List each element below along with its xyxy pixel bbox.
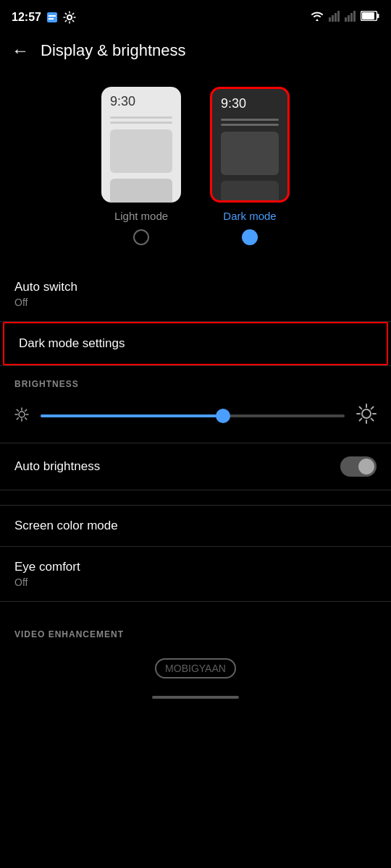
svg-point-15 [19,412,25,417]
svg-rect-9 [348,15,350,22]
light-mode-block2 [110,179,172,203]
svg-rect-11 [353,11,356,22]
auto-brightness-label: Auto brightness [14,459,100,474]
light-mode-radio[interactable] [133,229,149,245]
svg-line-22 [25,409,27,411]
auto-switch-label: Auto switch [14,280,377,294]
dark-mode-bar2 [221,124,279,126]
slider-thumb[interactable] [216,409,230,423]
watermark-text: MOBIGYAAN [155,658,236,678]
dark-mode-label: Dark mode [223,210,276,222]
light-mode-preview: 9:30 [101,87,181,203]
dark-mode-block2 [221,181,279,203]
brightness-low-icon [14,407,29,425]
status-right [310,10,379,25]
svg-rect-4 [329,17,331,22]
video-enhancement-section-label: VIDEO ENHANCEMENT [0,616,391,647]
svg-line-20 [17,409,18,411]
dark-mode-preview: 9:30 [210,87,290,203]
back-button[interactable]: ← [12,41,29,61]
svg-rect-14 [362,12,374,20]
settings-status-icon [63,11,76,24]
light-mode-item[interactable]: 9:30 Light mode [101,87,181,245]
brightness-slider-container [0,396,391,443]
svg-rect-8 [345,17,347,22]
svg-rect-7 [337,11,340,22]
svg-line-21 [25,418,27,420]
svg-rect-5 [332,15,334,22]
dark-mode-item[interactable]: 9:30 Dark mode [210,87,290,245]
status-bar: 12:57 [0,0,391,32]
eye-comfort-label: Eye comfort [14,560,377,574]
page-title: Display & brightness [41,41,186,60]
dark-mode-settings-item[interactable]: Dark mode settings [3,322,388,365]
dark-mode-time: 9:30 [212,89,287,116]
dark-mode-radio[interactable] [242,229,258,245]
toggle-knob [358,459,374,475]
slider-track [41,414,345,417]
dark-mode-settings-label: Dark mode settings [19,336,372,351]
brightness-section-label: BRIGHTNESS [0,366,391,396]
svg-rect-2 [49,18,54,20]
svg-rect-0 [47,12,57,22]
svg-point-3 [67,15,72,20]
bottom-bar [0,690,391,710]
svg-rect-1 [49,15,56,17]
svg-line-31 [371,407,374,409]
brightness-high-icon [356,404,377,428]
eye-comfort-item[interactable]: Eye comfort Off [0,547,391,601]
header: ← Display & brightness [0,32,391,72]
screen-color-mode-label: Screen color mode [14,519,377,533]
status-left: 12:57 [12,11,76,24]
svg-rect-13 [377,14,379,18]
dark-mode-block1 [221,132,279,175]
auto-brightness-toggle[interactable] [340,456,377,477]
svg-point-24 [362,409,371,418]
svg-line-30 [371,419,374,421]
wifi-icon [310,10,324,25]
auto-switch-value: Off [14,297,377,308]
signal-icon [329,10,340,25]
brightness-slider[interactable] [41,409,345,423]
status-time: 12:57 [12,11,41,24]
eye-comfort-value: Off [14,576,377,588]
mode-selection: 9:30 Light mode 9:30 Dark mode [0,72,391,267]
light-mode-bar1 [110,116,172,119]
bottom-indicator [152,696,239,699]
signal2-icon [345,10,356,25]
auto-brightness-item[interactable]: Auto brightness [0,443,391,490]
svg-line-32 [360,419,362,421]
svg-line-29 [360,407,362,409]
light-mode-block1 [110,129,172,173]
light-mode-time: 9:30 [101,87,181,114]
light-mode-bar2 [110,122,172,124]
svg-rect-6 [335,13,337,22]
dark-mode-bar1 [221,119,279,121]
light-mode-label: Light mode [114,210,168,222]
screen-color-mode-item[interactable]: Screen color mode [0,506,391,546]
notification-icon [46,11,59,24]
watermark: MOBIGYAAN [0,647,391,690]
auto-switch-item[interactable]: Auto switch Off [0,267,391,321]
battery-icon [361,11,379,24]
svg-rect-10 [350,13,353,22]
slider-fill [41,414,223,417]
svg-line-23 [17,418,18,420]
